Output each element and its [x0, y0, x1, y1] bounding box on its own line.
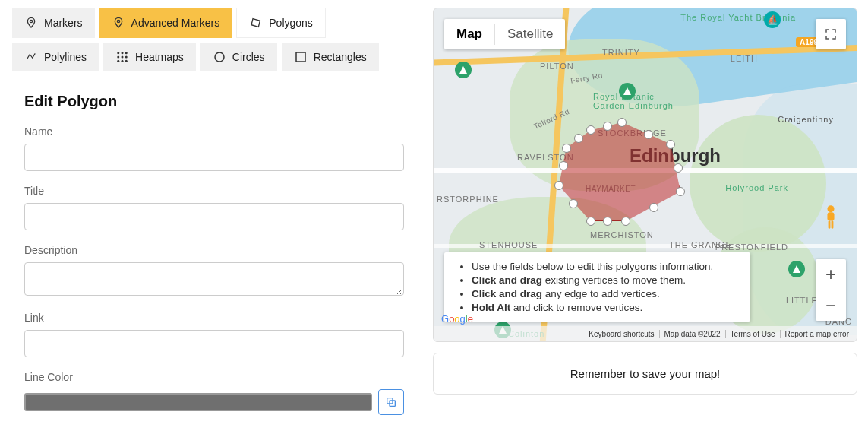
svg-point-16	[827, 205, 834, 212]
tab-circles[interactable]: Circles	[200, 43, 277, 71]
polygon-vertex[interactable]	[617, 118, 627, 127]
svg-point-6	[117, 56, 119, 59]
svg-point-10	[122, 60, 124, 62]
polygon-vertex[interactable]	[562, 144, 571, 153]
park-icon[interactable]	[455, 62, 472, 78]
polygon-midpoint[interactable]	[574, 134, 583, 143]
shape-tabs: Markers Advanced Markers Polygons Polyli…	[12, 8, 416, 71]
polygon-midpoint[interactable]	[569, 199, 578, 208]
map-type-satellite[interactable]: Satellite	[495, 19, 565, 49]
area-rstorphine: RSTORPHINE	[437, 195, 499, 204]
heatmap-icon	[115, 50, 129, 64]
linecolor-swatch[interactable]	[24, 393, 372, 411]
link-input[interactable]	[24, 330, 404, 357]
tab-label: Polylines	[44, 51, 87, 63]
polygon-midpoint[interactable]	[644, 130, 653, 139]
form-title: Edit Polygon	[24, 93, 404, 110]
description-label: Description	[24, 244, 404, 256]
edit-tips: Use the fields below to edit this polygo…	[444, 252, 750, 322]
polygon-vertex[interactable]	[586, 217, 595, 226]
zoom-in-button[interactable]: +	[816, 259, 846, 290]
fullscreen-button[interactable]	[816, 19, 846, 49]
svg-point-9	[117, 60, 119, 62]
tip-item: Click and drag any edge to add vertices.	[472, 288, 740, 299]
polygon-midpoint[interactable]	[649, 203, 658, 212]
link-label: Link	[24, 312, 404, 324]
rectangle-icon	[294, 50, 308, 64]
polygon-midpoint[interactable]	[603, 122, 612, 131]
polygon-icon	[249, 16, 263, 30]
linecolor-label: Line Color	[24, 371, 404, 383]
polygon-vertex[interactable]	[621, 217, 630, 226]
svg-point-3	[117, 52, 119, 54]
map-type-map[interactable]: Map	[444, 19, 494, 49]
name-label: Name	[24, 125, 404, 138]
svg-point-4	[122, 52, 124, 54]
polygon-midpoint[interactable]	[559, 161, 568, 170]
svg-point-8	[125, 56, 128, 59]
terms-link[interactable]: Terms of Use	[725, 330, 780, 338]
keyboard-shortcuts[interactable]: Keyboard shortcuts	[584, 330, 658, 338]
tab-advanced-markers[interactable]: Advanced Markers	[99, 8, 232, 38]
polygon-midpoint[interactable]	[674, 163, 683, 173]
svg-point-5	[125, 52, 128, 54]
polygon-vertex[interactable]	[666, 140, 675, 149]
tab-markers[interactable]: Markers	[12, 8, 95, 38]
copy-color-button[interactable]	[378, 389, 404, 415]
polygon-form: Edit Polygon Name Title Description Link…	[12, 71, 416, 415]
description-input[interactable]	[24, 262, 404, 296]
area-leith: LEITH	[731, 54, 758, 63]
name-input[interactable]	[24, 144, 404, 171]
svg-point-1	[117, 20, 119, 22]
svg-marker-2	[251, 19, 260, 27]
tab-label: Markers	[44, 17, 83, 29]
report-error-link[interactable]: Report a map error	[780, 330, 854, 338]
tab-polylines[interactable]: Polylines	[12, 43, 99, 71]
polygon-vertex[interactable]	[676, 187, 685, 196]
pin-icon	[112, 16, 125, 30]
tab-label: Advanced Markers	[131, 17, 220, 29]
title-label: Title	[24, 185, 404, 197]
pegman[interactable]	[816, 202, 846, 233]
area-merchiston: MERCHISTON	[590, 230, 654, 239]
tab-label: Polygons	[269, 17, 313, 29]
map-type-control: Map Satellite	[444, 19, 565, 49]
tab-label: Circles	[232, 51, 265, 63]
zoom-out-button[interactable]: −	[816, 290, 846, 321]
svg-rect-17	[827, 212, 834, 220]
zoom-control: + −	[816, 259, 846, 321]
svg-rect-13	[296, 52, 305, 62]
tab-label: Heatmaps	[135, 51, 184, 63]
map-viewport[interactable]: A199 The Royal Yacht Britannia TRINITY L…	[433, 8, 857, 342]
circle-icon	[213, 50, 226, 64]
area-pilton: PILTON	[540, 62, 574, 71]
svg-point-11	[125, 60, 128, 62]
area-trinity: TRINITY	[602, 48, 640, 57]
fullscreen-icon	[824, 27, 838, 41]
polygon-midpoint[interactable]	[603, 217, 612, 226]
museum-icon[interactable]: ⛵	[764, 11, 781, 28]
tip-item: Click and drag existing vertices to move…	[472, 274, 740, 286]
poi-holyrood[interactable]: Holyrood Park	[725, 183, 788, 192]
copy-icon	[385, 396, 397, 408]
poi-botanic[interactable]: Royal Botanic Garden Edinburgh	[593, 92, 677, 110]
pin-icon	[24, 16, 38, 30]
svg-point-0	[30, 20, 32, 22]
park-icon[interactable]	[788, 261, 805, 277]
tip-item: Hold Alt and click to remove vertices.	[472, 302, 740, 313]
tab-polygons[interactable]: Polygons	[236, 8, 326, 38]
park-icon[interactable]	[619, 83, 636, 100]
tab-label: Rectangles	[314, 51, 367, 63]
tab-rectangles[interactable]: Rectangles	[282, 43, 379, 71]
tab-heatmaps[interactable]: Heatmaps	[103, 43, 196, 71]
polygon-vertex[interactable]	[554, 181, 563, 190]
save-reminder: Remember to save your map!	[433, 353, 857, 395]
area-prestonfield: PRESTONFIELD	[715, 242, 788, 252]
map-attribution: Keyboard shortcuts Map data ©2022 Terms …	[434, 326, 857, 341]
tip-item: Use the fields below to edit this polygo…	[472, 261, 740, 272]
polygon-vertex[interactable]	[586, 125, 595, 135]
editable-polygon[interactable]	[559, 122, 680, 221]
area-craigentinny: Craigentinny	[778, 115, 834, 124]
title-input[interactable]	[24, 203, 404, 230]
google-logo: Google	[441, 313, 473, 325]
